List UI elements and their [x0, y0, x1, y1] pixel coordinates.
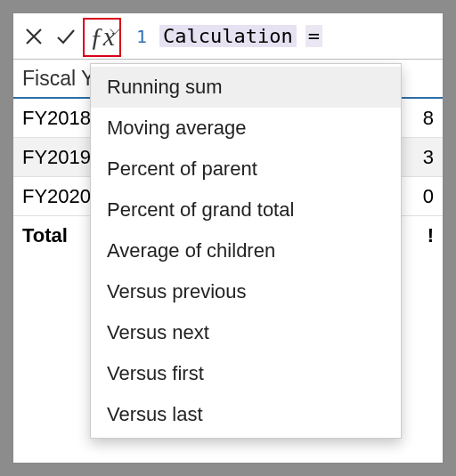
- accept-button[interactable]: [51, 18, 81, 55]
- formula-equals: =: [305, 25, 322, 47]
- menu-item-versus-last[interactable]: Versus last: [91, 394, 401, 435]
- menu-item-average-of-children[interactable]: Average of children: [91, 230, 401, 271]
- app-panel: ƒx 1 Calculation = Fiscal Ye… FY2018 8 F…: [12, 12, 444, 464]
- cell-value: 8: [409, 107, 434, 130]
- cancel-button[interactable]: [19, 18, 49, 55]
- total-value: !: [409, 224, 434, 247]
- menu-item-percent-of-grand-total[interactable]: Percent of grand total: [91, 190, 401, 230]
- menu-item-running-sum[interactable]: Running sum: [91, 67, 401, 108]
- cell-value: 3: [409, 146, 434, 169]
- formula-line-number: 1: [136, 26, 147, 47]
- menu-item-versus-first[interactable]: Versus first: [91, 353, 401, 394]
- menu-item-versus-previous[interactable]: Versus previous: [91, 271, 401, 312]
- formula-actions: ƒx: [19, 18, 122, 55]
- close-icon: [23, 26, 45, 47]
- formula-bar: ƒx 1 Calculation =: [13, 13, 443, 60]
- menu-item-percent-of-parent[interactable]: Percent of parent: [91, 149, 401, 190]
- menu-item-versus-next[interactable]: Versus next: [91, 312, 401, 353]
- formula-input[interactable]: 1 Calculation =: [136, 25, 322, 47]
- check-icon: [55, 26, 77, 47]
- formula-token: Calculation: [159, 25, 297, 47]
- cell-value: 0: [409, 185, 434, 208]
- fx-dropdown-menu: Running sum Moving average Percent of pa…: [90, 63, 402, 439]
- menu-item-moving-average[interactable]: Moving average: [91, 108, 401, 149]
- fx-dropdown-button[interactable]: ƒx: [83, 18, 122, 55]
